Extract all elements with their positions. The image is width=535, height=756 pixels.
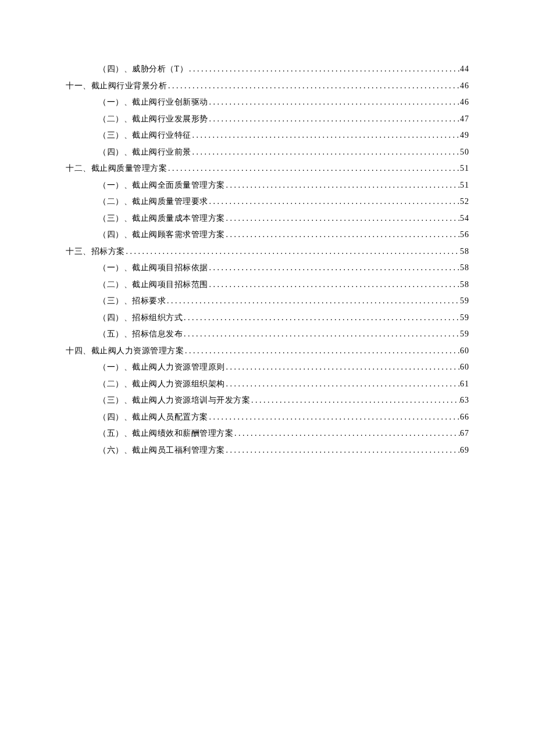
toc-entry-title: （三）、截止阀人力资源培训与开发方案 — [98, 395, 250, 406]
toc-entry-page: 69 — [460, 446, 469, 455]
toc-entry-page: 60 — [460, 346, 469, 356]
toc-leader-dots — [184, 346, 460, 356]
toc-entry-page: 44 — [460, 65, 469, 74]
toc-entry-title: （一）、截止阀人力资源管理原则 — [98, 362, 225, 372]
toc-entry-page: 60 — [460, 363, 469, 372]
toc-entry-page: 58 — [460, 280, 469, 289]
toc-leader-dots — [233, 429, 460, 438]
toc-leader-dots — [191, 148, 461, 157]
toc-entry: （二）、截止阀项目招标范围58 — [66, 280, 469, 290]
toc-entry-page: 49 — [460, 131, 469, 140]
toc-entry: （一）、截止阀行业创新驱动46 — [66, 97, 469, 108]
toc-entry: （二）、截止阀人力资源组织架构61 — [66, 379, 469, 389]
toc-entry-title: （三）、截止阀质量成本管理方案 — [98, 213, 225, 224]
toc-entry-title: （三）、招标要求 — [98, 296, 166, 306]
toc-leader-dots — [225, 379, 461, 389]
toc-entry-page: 56 — [460, 230, 469, 239]
toc-entry-page: 52 — [460, 197, 469, 206]
toc-leader-dots — [125, 247, 461, 256]
toc-entry: （二）、截止阀行业发展形势47 — [66, 114, 469, 124]
toc-entry-page: 59 — [460, 313, 469, 323]
toc-entry-title: （四）、威胁分析（T） — [98, 64, 188, 74]
toc-leader-dots — [208, 98, 461, 107]
toc-entry-title: （一）、截止阀行业创新驱动 — [98, 97, 208, 108]
toc-entry-title: （一）、截止阀项目招标依据 — [98, 263, 208, 273]
toc-entry: （五）、招标信息发布59 — [66, 329, 469, 339]
toc-leader-dots — [188, 65, 460, 74]
toc-entry-title: （二）、截止阀人力资源组织架构 — [98, 379, 225, 389]
toc-entry-title: （四）、截止阀行业前景 — [98, 147, 191, 157]
toc-leader-dots — [183, 329, 460, 339]
toc-entry: （一）、截止阀项目招标依据58 — [66, 263, 469, 273]
toc-leader-dots — [208, 114, 461, 124]
toc-entry-title: （五）、截止阀绩效和薪酬管理方案 — [98, 428, 233, 439]
toc-entry: （三）、截止阀质量成本管理方案54 — [66, 213, 469, 224]
toc-entry-title: （二）、截止阀行业发展形势 — [98, 114, 208, 124]
toc-entry-page: 46 — [460, 81, 469, 91]
toc-entry-page: 61 — [460, 379, 469, 389]
toc-leader-dots — [225, 446, 461, 455]
toc-entry-page: 58 — [460, 263, 469, 273]
toc-entry: （一）、截止阀全面质量管理方案51 — [66, 180, 469, 191]
toc-entry: （四）、截止阀行业前景50 — [66, 147, 469, 157]
toc-entry: （四）、威胁分析（T）44 — [66, 64, 469, 74]
toc-entry-page: 47 — [460, 114, 469, 124]
toc-entry-title: 十二、截止阀质量管理方案 — [66, 163, 167, 174]
toc-entry-title: （一）、截止阀全面质量管理方案 — [98, 180, 225, 191]
toc-entry-page: 67 — [460, 429, 469, 438]
toc-entry-page: 58 — [460, 247, 469, 256]
toc-entry-page: 54 — [460, 214, 469, 223]
toc-entry-page: 51 — [460, 181, 469, 190]
toc-leader-dots — [166, 296, 460, 306]
toc-entry-title: 十三、招标方案 — [66, 246, 125, 257]
toc-entry: （四）、截止阀顾客需求管理方案56 — [66, 230, 469, 240]
toc-entry: （六）、截止阀员工福利管理方案69 — [66, 445, 469, 456]
toc-entry: （三）、截止阀行业特征49 — [66, 130, 469, 141]
toc-entry-title: （四）、截止阀人员配置方案 — [98, 412, 208, 422]
toc-entry-page: 46 — [460, 98, 469, 107]
toc-entry-title: （二）、截止阀质量管理要求 — [98, 196, 208, 207]
toc-entry: 十一、截止阀行业背景分析46 — [66, 81, 469, 91]
toc-entry-page: 63 — [460, 396, 469, 405]
toc-leader-dots — [250, 396, 460, 405]
toc-entry-title: 十四、截止阀人力资源管理方案 — [66, 346, 184, 356]
toc-entry-title: （六）、截止阀员工福利管理方案 — [98, 445, 225, 456]
toc-leader-dots — [225, 214, 461, 223]
toc-entry: （三）、截止阀人力资源培训与开发方案63 — [66, 395, 469, 406]
toc-entry: （五）、截止阀绩效和薪酬管理方案67 — [66, 428, 469, 439]
toc-leader-dots — [167, 81, 460, 91]
toc-entry-title: （三）、截止阀行业特征 — [98, 130, 191, 141]
toc-entry-page: 50 — [460, 148, 469, 157]
toc-entry: （一）、截止阀人力资源管理原则60 — [66, 362, 469, 372]
toc-entry: （四）、截止阀人员配置方案66 — [66, 412, 469, 422]
toc-entry-title: （四）、截止阀顾客需求管理方案 — [98, 230, 225, 240]
toc-leader-dots — [183, 313, 460, 323]
toc-entry-page: 59 — [460, 329, 469, 339]
toc-entry: 十四、截止阀人力资源管理方案60 — [66, 346, 469, 356]
toc-entry: （四）、招标组织方式59 — [66, 313, 469, 323]
toc-entry: （二）、截止阀质量管理要求52 — [66, 196, 469, 207]
toc-entry-page: 59 — [460, 296, 469, 306]
toc-leader-dots — [208, 280, 461, 289]
toc-entry-title: （五）、招标信息发布 — [98, 329, 183, 339]
toc-entry: 十三、招标方案58 — [66, 246, 469, 257]
toc-leader-dots — [208, 263, 461, 273]
table-of-contents: （四）、威胁分析（T）44十一、截止阀行业背景分析46（一）、截止阀行业创新驱动… — [66, 64, 469, 456]
toc-leader-dots — [225, 363, 461, 372]
toc-leader-dots — [191, 131, 461, 140]
toc-entry-page: 51 — [460, 164, 469, 173]
toc-entry: （三）、招标要求59 — [66, 296, 469, 306]
toc-leader-dots — [225, 181, 461, 190]
toc-leader-dots — [208, 197, 461, 206]
toc-entry-page: 66 — [460, 413, 469, 422]
toc-leader-dots — [208, 413, 461, 422]
toc-leader-dots — [225, 230, 461, 239]
toc-leader-dots — [167, 164, 460, 173]
toc-entry-title: （二）、截止阀项目招标范围 — [98, 280, 208, 290]
toc-entry: 十二、截止阀质量管理方案51 — [66, 163, 469, 174]
toc-entry-title: 十一、截止阀行业背景分析 — [66, 81, 167, 91]
toc-entry-title: （四）、招标组织方式 — [98, 313, 183, 323]
